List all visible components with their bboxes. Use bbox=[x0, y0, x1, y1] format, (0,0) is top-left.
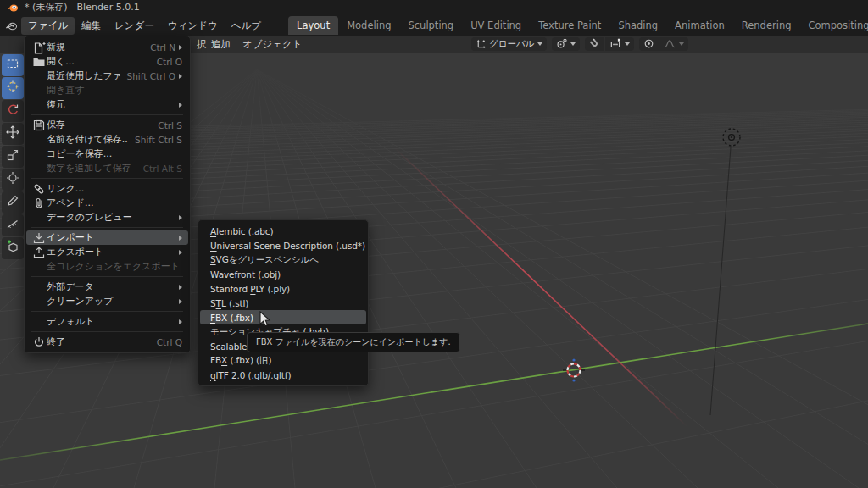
menubar-item-レンダー[interactable]: レンダー bbox=[108, 17, 161, 35]
blender-app-menu-icon[interactable] bbox=[5, 19, 18, 32]
file-menu-item-append[interactable]: アペンド... bbox=[26, 196, 188, 210]
workspace-tab-uv-editing[interactable]: UV Editing bbox=[462, 16, 530, 35]
proportional-falloff-dropdown[interactable] bbox=[659, 37, 688, 51]
file-menu-item-link[interactable]: リンク... bbox=[26, 181, 188, 196]
light-relationship-line bbox=[710, 147, 731, 415]
workspace-tabs: LayoutModelingSculptingUV EditingTexture… bbox=[288, 16, 868, 35]
menu-item-shortcut: Ctrl S bbox=[158, 120, 182, 130]
import-item-svg-grease-pencil[interactable]: SVGをグリースペンシルへ bbox=[200, 252, 366, 267]
submenu-arrow-icon bbox=[179, 319, 182, 324]
file-menu-item-data-preview[interactable]: データのプレビュー bbox=[26, 210, 188, 225]
workspace-tab-layout[interactable]: Layout bbox=[288, 16, 338, 35]
menubar-item-ヘルプ[interactable]: ヘルプ bbox=[225, 17, 268, 35]
menu-item-label: 保存 bbox=[47, 119, 151, 131]
chevron-down-icon bbox=[570, 42, 576, 46]
file-menu-item-cleanup[interactable]: クリーンアップ bbox=[26, 294, 188, 308]
menu-item-label: 復元 bbox=[47, 98, 175, 111]
file-menu-item-external-data[interactable]: 外部データ bbox=[26, 280, 188, 294]
viewport-menu-オブジェクト[interactable]: オブジェクト bbox=[242, 38, 303, 51]
import-item-label: Alembic (.abc) bbox=[210, 226, 274, 236]
import-item-wavefront-obj[interactable]: Wavefront (.obj) bbox=[200, 267, 366, 281]
file-menu-item-revert: 開き直す bbox=[26, 83, 188, 97]
menu-item-shortcut: Shift Ctrl O bbox=[127, 71, 176, 81]
topbar: ファイル編集レンダーウィンドウヘルプ LayoutModelingSculpti… bbox=[0, 15, 868, 36]
tool-annotate-button[interactable] bbox=[2, 191, 24, 214]
workspace-tab-animation[interactable]: Animation bbox=[666, 16, 733, 35]
tool-rotate-button[interactable] bbox=[2, 100, 24, 122]
titlebar: * (未保存) - Blender 5.0.1 bbox=[0, 0, 868, 15]
snap-toggle-button[interactable] bbox=[585, 37, 604, 51]
file-menu-item-save-copy[interactable]: コピーを保存... bbox=[26, 147, 188, 161]
tool-scale-button[interactable] bbox=[2, 146, 24, 168]
menu-item-label: 名前を付けて保存... bbox=[47, 133, 128, 146]
workspace-tab-texture-paint[interactable]: Texture Paint bbox=[530, 16, 609, 35]
snap-settings-dropdown[interactable] bbox=[605, 37, 634, 51]
annotate-icon bbox=[6, 194, 19, 211]
tooltip: FBX ファイルを現在のシーンにインポートします. bbox=[247, 332, 460, 352]
file-menu-item-open-recent[interactable]: 最近使用したファイルShift Ctrl O bbox=[26, 69, 188, 83]
menu-separator bbox=[31, 276, 183, 277]
import-item-gltf[interactable]: glTF 2.0 (.glb/.gltf) bbox=[200, 368, 366, 382]
import-item-stanford-ply[interactable]: Stanford PLY (.ply) bbox=[200, 281, 366, 296]
tool-transform-button[interactable] bbox=[2, 169, 24, 191]
import-item-label: Stanford PLY (.ply) bbox=[210, 284, 290, 294]
orientation-axes-icon bbox=[476, 36, 487, 53]
submenu-arrow-icon bbox=[179, 285, 182, 290]
workspace-tab-rendering[interactable]: Rendering bbox=[733, 16, 800, 35]
viewport-header-controls: グローバル bbox=[471, 37, 688, 51]
proportional-editing-icon bbox=[643, 36, 654, 53]
paperclip-icon bbox=[31, 197, 47, 210]
workspace-tab-sculpting[interactable]: Sculpting bbox=[399, 16, 462, 35]
file-menu-item-export-all-collections: 全コレクションをエクスポート bbox=[26, 259, 188, 274]
import-item-label: Wavefront (.obj) bbox=[210, 269, 281, 280]
tool-move-button[interactable] bbox=[2, 123, 24, 145]
chevron-down-icon bbox=[537, 42, 542, 46]
transform-orientation-label: グローバル bbox=[489, 38, 534, 50]
transform-orientation-dropdown[interactable]: グローバル bbox=[471, 37, 547, 51]
file-menu-item-open[interactable]: 開く...Ctrl O bbox=[26, 54, 188, 69]
submenu-arrow-icon bbox=[179, 236, 182, 241]
menu-item-shortcut: Ctrl Alt S bbox=[143, 164, 182, 174]
axis-x-red bbox=[394, 147, 687, 426]
import-item-stl[interactable]: STL (.stl) bbox=[200, 296, 366, 310]
pivot-point-dropdown[interactable] bbox=[552, 37, 580, 51]
tool-box-select-button[interactable] bbox=[2, 54, 24, 76]
menubar-item-ファイル[interactable]: ファイル bbox=[21, 17, 75, 35]
file-menu-item-quit[interactable]: 終了Ctrl Q bbox=[26, 335, 188, 349]
tool-shelf bbox=[2, 54, 24, 259]
file-menu-item-new[interactable]: 新規Ctrl N bbox=[26, 40, 188, 54]
menu-item-label: エクスポート bbox=[47, 246, 175, 258]
workspace-tab-modeling[interactable]: Modeling bbox=[338, 16, 399, 35]
menubar-item-編集[interactable]: 編集 bbox=[75, 17, 108, 35]
workspace-tab-shading[interactable]: Shading bbox=[609, 16, 666, 35]
rotate-icon bbox=[6, 103, 19, 119]
file-menu-item-import[interactable]: インポート bbox=[26, 230, 188, 245]
import-item-fbx[interactable]: FBX (.fbx) bbox=[200, 310, 366, 324]
falloff-curve-icon bbox=[664, 36, 676, 53]
import-item-alembic[interactable]: Alembic (.abc) bbox=[200, 224, 366, 238]
tool-measure-button[interactable] bbox=[2, 214, 24, 236]
file-menu-item-save-as[interactable]: 名前を付けて保存...Shift Ctrl S bbox=[26, 132, 188, 147]
import-item-label: SVGをグリースペンシルへ bbox=[210, 254, 319, 266]
file-menu-item-defaults[interactable]: デフォルト bbox=[26, 314, 188, 329]
menubar-item-ウィンドウ[interactable]: ウィンドウ bbox=[161, 17, 225, 35]
workspace-tab-compositing[interactable]: Compositing bbox=[799, 16, 868, 35]
tool-cursor-button[interactable] bbox=[2, 77, 24, 99]
import-item-label: glTF 2.0 (.glb/.gltf) bbox=[210, 370, 291, 380]
menu-item-label: リンク... bbox=[47, 182, 182, 195]
import-item-fbx-legacy[interactable]: FBX (.fbx) (旧) bbox=[200, 353, 366, 368]
submenu-arrow-icon bbox=[179, 215, 182, 220]
viewport-menu-択[interactable]: 択 bbox=[197, 38, 207, 51]
file-menu-item-export[interactable]: エクスポート bbox=[26, 245, 188, 259]
tool-add-cube-button[interactable] bbox=[2, 237, 24, 259]
menu-item-label: デフォルト bbox=[47, 315, 175, 328]
viewport-menu-追加[interactable]: 追加 bbox=[211, 38, 231, 51]
file-menu-item-recover[interactable]: 復元 bbox=[26, 97, 188, 112]
blender-logo-icon bbox=[7, 2, 19, 14]
proportional-editing-toggle[interactable] bbox=[639, 37, 659, 51]
menu-item-label: インポート bbox=[47, 231, 175, 244]
window-title: * (未保存) - Blender 5.0.1 bbox=[25, 0, 140, 15]
box-select-icon bbox=[6, 57, 19, 74]
file-menu-item-save[interactable]: 保存Ctrl S bbox=[26, 118, 188, 132]
import-item-usd[interactable]: Universal Scene Description (.usd*) bbox=[200, 238, 366, 252]
